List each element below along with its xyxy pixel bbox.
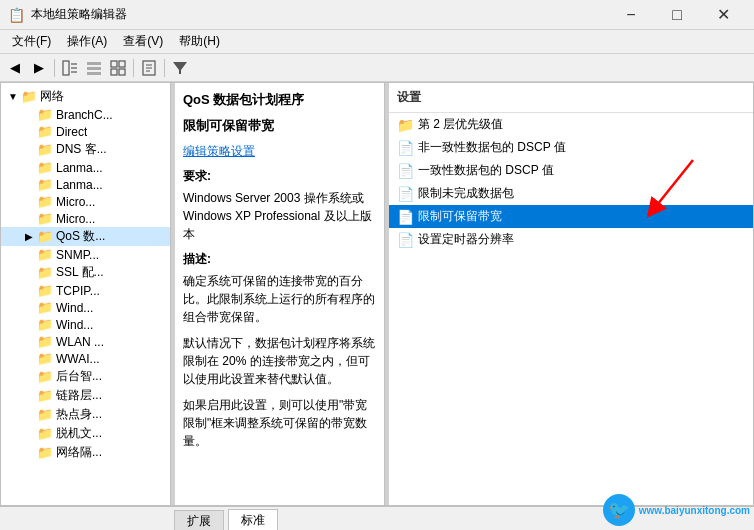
tree-item-wwai[interactable]: 📁 WWAI... [1, 350, 170, 367]
toolbar-separator-1 [54, 59, 55, 77]
tree-item-micro2[interactable]: 📁 Micro... [1, 210, 170, 227]
tree-item-ssl[interactable]: 📁 SSL 配... [1, 263, 170, 282]
folder-branchc-icon: 📁 [37, 107, 53, 122]
tree-item-network[interactable]: ▼ 📁 网络 [1, 87, 170, 106]
tree-label-dns: DNS 客... [56, 141, 107, 158]
menu-file[interactable]: 文件(F) [4, 31, 59, 53]
menu-help[interactable]: 帮助(H) [171, 31, 228, 53]
toolbar: ◀ ▶ [0, 54, 754, 82]
folder-layer2-icon: 📁 [397, 117, 414, 133]
tab-extended[interactable]: 扩展 [174, 510, 224, 530]
toolbar-btn-2[interactable] [83, 57, 105, 79]
list-icon [86, 60, 102, 76]
tree-item-micro1[interactable]: 📁 Micro... [1, 193, 170, 210]
properties-icon [141, 60, 157, 76]
back-button[interactable]: ◀ [4, 57, 26, 79]
settings-item-dscp-nc[interactable]: 📄 非一致性数据包的 DSCP 值 [389, 136, 753, 159]
svg-rect-8 [119, 61, 125, 67]
svg-rect-5 [87, 67, 101, 70]
tree-item-dns[interactable]: 📁 DNS 客... [1, 140, 170, 159]
toolbar-separator-2 [133, 59, 134, 77]
tree-item-bgzhi[interactable]: 📁 后台智... [1, 367, 170, 386]
tree-label-network: 网络 [40, 88, 64, 105]
tree-item-tcpip[interactable]: 📁 TCPIP... [1, 282, 170, 299]
show-hide-button[interactable] [59, 57, 81, 79]
settings-item-reserve[interactable]: 📄 限制可保留带宽 [389, 205, 753, 228]
tree-panel[interactable]: ▼ 📁 网络 📁 BranchC... 📁 Direct 📁 DNS 客... … [1, 83, 171, 505]
tree-label-lanma2: Lanma... [56, 178, 103, 192]
doc-dscp-c-icon: 📄 [397, 163, 414, 179]
menu-bar: 文件(F) 操作(A) 查看(V) 帮助(H) [0, 30, 754, 54]
tree-item-snmp[interactable]: 📁 SNMP... [1, 246, 170, 263]
folder-ssl-icon: 📁 [37, 265, 53, 280]
toolbar-btn-4[interactable] [138, 57, 160, 79]
grid-icon [110, 60, 126, 76]
tree-item-wind1[interactable]: 📁 Wind... [1, 299, 170, 316]
tree-label-llc: 链路层... [56, 387, 102, 404]
settings-item-incomplete[interactable]: 📄 限制未完成数据包 [389, 182, 753, 205]
tree-item-wind2[interactable]: 📁 Wind... [1, 316, 170, 333]
menu-view[interactable]: 查看(V) [115, 31, 171, 53]
tree-item-direct[interactable]: 📁 Direct [1, 123, 170, 140]
folder-offline-icon: 📁 [37, 426, 53, 441]
tree-label-wind1: Wind... [56, 301, 93, 315]
folder-tcpip-icon: 📁 [37, 283, 53, 298]
folder-wwai-icon: 📁 [37, 351, 53, 366]
tree-item-netiso[interactable]: 📁 网络隔... [1, 443, 170, 462]
svg-rect-4 [87, 62, 101, 65]
minimize-button[interactable]: − [608, 0, 654, 30]
maximize-button[interactable]: □ [654, 0, 700, 30]
settings-label-reserve: 限制可保留带宽 [418, 208, 502, 225]
filter-button[interactable] [169, 57, 191, 79]
settings-item-layer2[interactable]: 📁 第 2 层优先级值 [389, 113, 753, 136]
limit-title: 限制可保留带宽 [183, 117, 376, 135]
tab-standard[interactable]: 标准 [228, 509, 278, 530]
tree-label-direct: Direct [56, 125, 87, 139]
tree-item-hotspot[interactable]: 📁 热点身... [1, 405, 170, 424]
tree-label-tcpip: TCPIP... [56, 284, 100, 298]
close-button[interactable]: ✕ [700, 0, 746, 30]
folder-dns-icon: 📁 [37, 142, 53, 157]
folder-llc-icon: 📁 [37, 388, 53, 403]
forward-button[interactable]: ▶ [28, 57, 50, 79]
tree-item-llc[interactable]: 📁 链路层... [1, 386, 170, 405]
tree-item-offline[interactable]: 📁 脱机文... [1, 424, 170, 443]
watermark-text: www.baiyunxitong.com [639, 505, 750, 516]
toolbar-btn-3[interactable] [107, 57, 129, 79]
folder-wind2-icon: 📁 [37, 317, 53, 332]
edit-policy-link[interactable]: 编辑策略设置 [183, 144, 255, 158]
tree-item-lanma1[interactable]: 📁 Lanma... [1, 159, 170, 176]
svg-rect-0 [63, 61, 69, 75]
settings-label-dscp-nc: 非一致性数据包的 DSCP 值 [418, 139, 566, 156]
svg-rect-10 [119, 69, 125, 75]
tree-icon [62, 60, 78, 76]
title-bar-left: 📋 本地组策略编辑器 [8, 6, 127, 23]
tree-label-hotspot: 热点身... [56, 406, 102, 423]
expand-network[interactable]: ▼ [5, 89, 21, 105]
folder-micro1-icon: 📁 [37, 194, 53, 209]
folder-snmp-icon: 📁 [37, 247, 53, 262]
expand-qos[interactable]: ▶ [21, 229, 37, 245]
tree-label-wwai: WWAI... [56, 352, 100, 366]
settings-item-timer[interactable]: 📄 设置定时器分辨率 [389, 228, 753, 251]
desc-heading: 描述: [183, 251, 376, 268]
doc-reserve-icon: 📄 [397, 209, 414, 225]
menu-action[interactable]: 操作(A) [59, 31, 115, 53]
tree-label-wind2: Wind... [56, 318, 93, 332]
tree-label-qos: QoS 数... [56, 228, 105, 245]
folder-wind1-icon: 📁 [37, 300, 53, 315]
tree-label-bgzhi: 后台智... [56, 368, 102, 385]
filter-icon [172, 60, 188, 76]
doc-dscp-nc-icon: 📄 [397, 140, 414, 156]
right-panel: 设置 📁 第 2 层优先级值 📄 非一致性数据包的 DSCP 值 📄 一致性数据… [389, 83, 753, 505]
tree-item-wlan[interactable]: 📁 WLAN ... [1, 333, 170, 350]
folder-qos-icon: 📁 [37, 229, 53, 244]
tree-label-lanma1: Lanma... [56, 161, 103, 175]
desc-text-1: 确定系统可保留的连接带宽的百分比。此限制系统上运行的所有程序的组合带宽保留。 [183, 272, 376, 326]
tree-item-branchc[interactable]: 📁 BranchC... [1, 106, 170, 123]
tree-item-qos[interactable]: ▶ 📁 QoS 数... [1, 227, 170, 246]
tree-item-lanma2[interactable]: 📁 Lanma... [1, 176, 170, 193]
watermark: 🐦 www.baiyunxitong.com [603, 494, 750, 526]
settings-item-dscp-c[interactable]: 📄 一致性数据包的 DSCP 值 [389, 159, 753, 182]
settings-header: 设置 [389, 83, 753, 113]
